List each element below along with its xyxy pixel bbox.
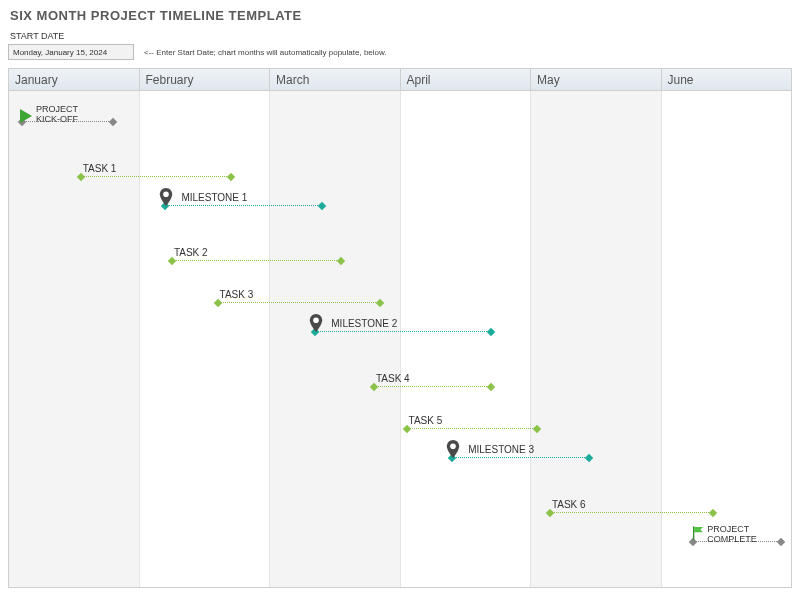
task-label: TASK 4 — [376, 373, 491, 384]
timeline-chart: JanuaryFebruaryMarchAprilMayJune PROJECT… — [8, 68, 792, 588]
map-pin-icon — [309, 314, 323, 334]
month-header-february: February — [140, 69, 271, 90]
event-label: PROJECTCOMPLETE — [707, 524, 757, 544]
bar — [218, 302, 381, 303]
svg-point-0 — [164, 191, 170, 197]
bar: PROJECTCOMPLETE — [693, 541, 780, 542]
month-header: JanuaryFebruaryMarchAprilMayJune — [9, 69, 791, 91]
task-label: TASK 1 — [83, 163, 231, 174]
timeline-item-task2: TASK 2 — [172, 247, 341, 261]
month-header-march: March — [270, 69, 401, 90]
start-date-hint: <-- Enter Start Date; chart months will … — [144, 48, 387, 57]
timeline-item-ms2: MILESTONE 2 — [315, 331, 491, 332]
timeline-item-task4: TASK 4 — [374, 373, 491, 387]
timeline-item-complete: PROJECTCOMPLETE — [693, 541, 780, 542]
milestone-label: MILESTONE 3 — [468, 444, 534, 455]
month-header-june: June — [662, 69, 792, 90]
timeline-item-ms1: MILESTONE 1 — [165, 205, 321, 206]
timeline-item-task3: TASK 3 — [218, 289, 381, 303]
bar: MILESTONE 1 — [165, 205, 321, 206]
bar: MILESTONE 3 — [452, 457, 589, 458]
timeline-item-task1: TASK 1 — [81, 163, 231, 177]
milestone-label: MILESTONE 1 — [181, 192, 247, 203]
bar: MILESTONE 2 — [315, 331, 491, 332]
timeline-item-task5: TASK 5 — [407, 415, 537, 429]
bar — [374, 386, 491, 387]
svg-rect-3 — [693, 526, 694, 539]
svg-point-2 — [450, 443, 456, 449]
bar: PROJECTKICK-OFF — [22, 121, 113, 122]
month-header-may: May — [531, 69, 662, 90]
map-pin-icon — [159, 188, 173, 208]
bar — [81, 176, 231, 177]
page-title: SIX MONTH PROJECT TIMELINE TEMPLATE — [10, 8, 792, 23]
timeline-items: PROJECTKICK-OFFTASK 1MILESTONE 1TASK 2TA… — [9, 91, 791, 587]
timeline-item-kickoff: PROJECTKICK-OFF — [22, 121, 113, 122]
start-date-label: START DATE — [10, 31, 792, 41]
map-pin-icon — [446, 440, 460, 460]
event-label: PROJECTKICK-OFF — [36, 104, 78, 124]
task-label: TASK 6 — [552, 499, 713, 510]
bar — [550, 512, 713, 513]
month-header-january: January — [9, 69, 140, 90]
svg-point-1 — [313, 317, 319, 323]
month-header-april: April — [401, 69, 532, 90]
timeline-item-ms3: MILESTONE 3 — [452, 457, 589, 458]
task-label: TASK 2 — [174, 247, 341, 258]
timeline-item-task6: TASK 6 — [550, 499, 713, 513]
start-date-row: Monday, January 15, 2024 <-- Enter Start… — [8, 44, 792, 60]
play-triangle-icon — [20, 109, 32, 123]
bar — [172, 260, 341, 261]
start-date-input[interactable]: Monday, January 15, 2024 — [8, 44, 134, 60]
task-label: TASK 5 — [409, 415, 537, 426]
flag-icon — [691, 524, 707, 544]
milestone-label: MILESTONE 2 — [331, 318, 397, 329]
bar — [407, 428, 537, 429]
task-label: TASK 3 — [220, 289, 381, 300]
